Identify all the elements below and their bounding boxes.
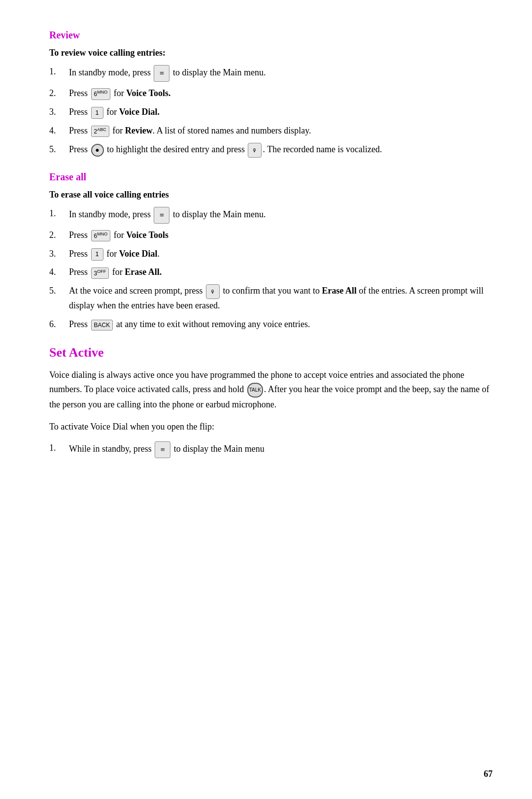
list-item: 4. Press 2ABC for Review. A list of stor… [49, 124, 493, 138]
record-key-icon: 🎙 [248, 143, 262, 158]
erase-all-steps: 1. In standby mode, press to display the… [49, 207, 493, 332]
set-active-body2: To activate Voice Dial when you open the… [49, 420, 493, 434]
list-item: 1. In standby mode, press to display the… [49, 207, 493, 224]
list-item: 1. While in standby, press to display th… [49, 441, 493, 458]
list-item: 2. Press 6MNO for Voice Tools. [49, 87, 493, 100]
1-key-icon: 1 [91, 107, 103, 119]
erase-all-subheading: To erase all voice calling entries [49, 190, 493, 200]
review-steps: 1. In standby mode, press to display the… [49, 65, 493, 158]
review-section: Review To review voice calling entries: … [49, 30, 493, 158]
list-item: 4. Press 3OFF for Erase All. [49, 266, 493, 279]
list-item: 5. At the voice and screen prompt, press… [49, 284, 493, 313]
page-number: 67 [484, 769, 493, 779]
set-active-body1: Voice dialing is always active once you … [49, 368, 493, 411]
record-key-icon: 🎙 [206, 284, 220, 299]
list-item: 3. Press 1 for Voice Dial. [49, 105, 493, 119]
set-active-steps: 1. While in standby, press to display th… [49, 441, 493, 458]
6mno-key-icon: 6MNO [91, 88, 111, 100]
set-active-heading: Set Active [49, 345, 493, 360]
menu-key-icon [154, 207, 169, 224]
list-item: 6. Press BACK at any time to exit withou… [49, 318, 493, 332]
list-item: 2. Press 6MNO for Voice Tools [49, 229, 493, 242]
review-heading: Review [49, 30, 493, 41]
review-subheading: To review voice calling entries: [49, 48, 493, 58]
nav-key-icon: ● [91, 144, 104, 157]
list-item: 1. In standby mode, press to display the… [49, 65, 493, 82]
erase-all-section: Erase all To erase all voice calling ent… [49, 171, 493, 332]
set-active-section: Set Active Voice dialing is always activ… [49, 345, 493, 458]
6mno-key-icon: 6MNO [91, 230, 111, 242]
erase-all-heading: Erase all [49, 171, 493, 183]
1-key-icon: 1 [91, 248, 103, 260]
talk-key-icon: TALK [247, 383, 263, 398]
menu-key-icon [154, 65, 169, 82]
menu-key-icon [155, 441, 170, 458]
list-item: 3. Press 1 for Voice Dial. [49, 247, 493, 261]
2abc-key-icon: 2ABC [91, 126, 109, 137]
list-item: 5. Press ● to highlight the desired entr… [49, 143, 493, 158]
back-key-icon: BACK [91, 320, 113, 331]
3off-key-icon: 3OFF [91, 267, 109, 279]
